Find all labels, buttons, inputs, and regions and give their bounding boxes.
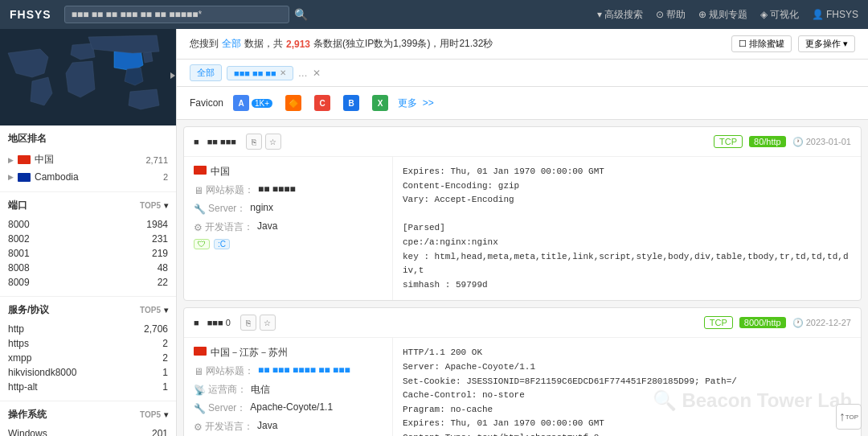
lang-label-2: ⚙ 开发语言：: [194, 420, 253, 434]
tag-close-icon[interactable]: ✕: [280, 68, 286, 77]
os-item-windows[interactable]: Windows 201: [8, 426, 168, 436]
tag-all[interactable]: 全部: [190, 64, 222, 81]
service-item-hikvision[interactable]: hikvisiondk8000 1: [8, 365, 168, 380]
service-section: 服务/协议 TOP5 ▾ http 2,706 https 2 xmpp 2 h…: [0, 297, 176, 401]
search-icon[interactable]: 🔍: [294, 8, 308, 21]
summary-prefix: 您搜到: [190, 37, 219, 51]
server-row-2: 🔧 Server： Apache-Coyote/1.1: [194, 401, 383, 415]
date-2: 🕐 2022-12-27: [792, 318, 851, 328]
nav-menu: ▾ 高级搜索 ⊙ 帮助 ⊕ 规则专题 ◈ 可视化 👤 FHSYS: [597, 8, 858, 22]
service-item-xmpp[interactable]: xmpp 2: [8, 351, 168, 365]
shield-tag-1: 🛡: [194, 239, 210, 249]
region-item-cambodia[interactable]: ▶ Cambodia 2: [8, 169, 168, 185]
more-ops-btn[interactable]: 更多操作 ▾: [798, 35, 855, 52]
response-1: Expires: Thu, 01 Jan 1970 00:00:00 GMT C…: [393, 157, 861, 300]
operator-icon-2: 📡: [194, 385, 206, 396]
favicon-icon-4: B: [343, 95, 359, 111]
favicon-item-3[interactable]: C: [311, 93, 334, 113]
flag-china: [18, 155, 31, 164]
port-badge-2: 8000/http: [739, 317, 786, 328]
ip-2: ■■■ 0: [207, 318, 231, 327]
tag-data[interactable]: ■■■ ■■ ■■ ✕: [227, 66, 293, 80]
chevron-os-icon[interactable]: ▾: [164, 410, 168, 419]
chevron-favicon-icon: >>: [420, 97, 433, 109]
favicon-icon-1: A: [233, 95, 249, 111]
copy-icon-2[interactable]: ⎘: [240, 315, 256, 331]
card-info-1: 中国 🖥 网站标题： ■■ ■■■■ 🔧 Se: [184, 157, 393, 300]
flag-icon-1: [194, 166, 207, 175]
port-item-8002[interactable]: 8002 231: [8, 232, 168, 246]
nav-rules[interactable]: ⊕ 规则专题: [698, 8, 747, 22]
lang-icon-2: ⚙: [194, 422, 203, 433]
date-1: 🕐 2023-01-01: [792, 137, 851, 147]
bookmark-icon-1[interactable]: ☆: [265, 134, 281, 150]
summary-scope[interactable]: 全部: [222, 37, 241, 51]
nav-visualize[interactable]: ◈ 可视化: [760, 8, 799, 22]
nav-user[interactable]: 👤 FHSYS: [812, 9, 858, 20]
card-right-2: TCP 8000/http 🕐 2022-12-27: [704, 316, 851, 329]
tag-dots[interactable]: …: [298, 68, 308, 79]
port-item-8000[interactable]: 8000 1984: [8, 217, 168, 232]
summary-unit: 条数据(独立IP数为1,399条)，用时21.32秒: [313, 37, 493, 51]
chart-icon: ◈: [760, 9, 768, 20]
port-item-8009[interactable]: 8009 22: [8, 275, 168, 290]
protocol-badge-2: TCP: [704, 316, 733, 329]
server-row-1: 🔧 Server： nginx: [194, 202, 383, 216]
operator-label-2: 📡 运营商：: [194, 383, 247, 397]
tag-expand-icon[interactable]: ✕: [313, 68, 321, 79]
lang-row-1: ⚙ 开发语言： Java: [194, 220, 383, 234]
title-row-2: 🖥 网站标题： ■■ ■■■ ■■■■ ■■ ■■■: [194, 364, 383, 378]
lang-value-2: Java: [257, 420, 277, 431]
region-count-china: 2,711: [145, 155, 168, 165]
copy-icon-1[interactable]: ⎘: [246, 134, 262, 150]
chevron-port-icon[interactable]: ▾: [164, 201, 168, 210]
favicon-item-1[interactable]: A 1K+: [230, 93, 276, 113]
search-input[interactable]: [64, 6, 289, 23]
main-layout: 地区排名 ▶ 中国 2,711 ▶ Cambodia 2: [0, 29, 868, 436]
sidebar: 地区排名 ▶ 中国 2,711 ▶ Cambodia 2: [0, 29, 177, 436]
port-item-8008[interactable]: 8008 48: [8, 261, 168, 275]
operator-value-2: 电信: [251, 383, 270, 397]
ip-dot-1: ■: [194, 137, 199, 146]
summary-scope-suffix: 数据，共: [244, 37, 283, 51]
server-label-1: 🔧 Server：: [194, 202, 246, 216]
favicon-count-1: 1K+: [252, 99, 272, 108]
checkbox-icon: ☐: [739, 39, 747, 49]
chevron-service-icon[interactable]: ▾: [164, 306, 168, 315]
service-item-http[interactable]: http 2,706: [8, 322, 168, 336]
filter-honeypot-btn[interactable]: ☐ 排除蜜罐: [731, 35, 792, 52]
port-badge-1: 80/http: [749, 136, 786, 147]
clock-icon-1: 🕐: [792, 137, 804, 147]
clock-icon-2: 🕐: [792, 318, 804, 328]
chevron-down-icon: ▾: [597, 9, 602, 20]
favicon-item-5[interactable]: X: [369, 93, 391, 113]
nav-advanced-search[interactable]: ▾ 高级搜索: [597, 8, 643, 22]
lang-row-2: ⚙ 开发语言： Java: [194, 420, 383, 434]
favicon-item-2[interactable]: 🔶: [282, 93, 305, 113]
scroll-top-btn[interactable]: ↑TOP: [836, 404, 862, 430]
card-header-2: ■ ■■■ 0 ⎘ ☆ TCP 8000/http 🕐 2022-12-27: [184, 308, 861, 338]
os-section: 操作系统 TOP5 ▾ Windows 201: [0, 401, 176, 436]
title-label-1: 🖥 网站标题：: [194, 183, 254, 197]
nav-help[interactable]: ⊙ 帮助: [656, 8, 686, 22]
server-value-2: Apache-Coyote/1.1: [250, 401, 333, 413]
favicon-icon-2: 🔶: [285, 95, 301, 111]
triangle-icon-2: ▶: [8, 173, 14, 181]
region-title: 地区排名: [8, 132, 168, 146]
country-value-1: 中国: [211, 165, 230, 179]
port-item-8001[interactable]: 8001 219: [8, 246, 168, 261]
country-value-2: 中国－江苏－苏州: [211, 346, 288, 360]
ip-dot-2: ■: [194, 318, 199, 327]
bookmark-icon-2[interactable]: ☆: [260, 315, 276, 331]
favicon-more-link[interactable]: 更多 >>: [398, 97, 434, 110]
service-item-https[interactable]: https 2: [8, 336, 168, 351]
card-body-1: 中国 🖥 网站标题： ■■ ■■■■ 🔧 Se: [184, 157, 861, 300]
favicon-item-4[interactable]: B: [340, 93, 362, 113]
chevron-more-icon: ▾: [843, 39, 848, 49]
server-value-1: nginx: [250, 202, 273, 213]
service-item-http-alt[interactable]: http-alt 1: [8, 380, 168, 394]
title-label-2: 🖥 网站标题：: [194, 364, 254, 378]
region-item-china[interactable]: ▶ 中国 2,711: [8, 150, 168, 169]
c-tag-1: :C: [214, 239, 230, 249]
region-count-cambodia: 2: [163, 172, 168, 182]
